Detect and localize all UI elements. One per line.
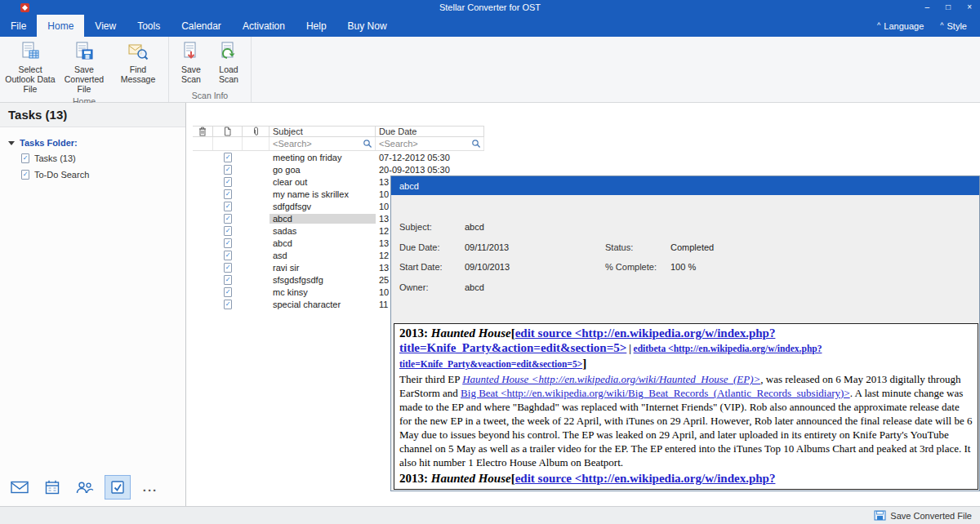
tab-view[interactable]: View [84,15,127,37]
document-icon [224,127,231,136]
ribbon-group-label: Scan Info [173,88,247,102]
trash-icon [198,127,207,136]
task-subject[interactable]: go goa [270,165,376,175]
task-subject[interactable]: sfsgdsfgsdfg [270,275,376,285]
style-menu[interactable]: ^ Style [940,21,967,31]
due-date-field-value: 09/11/2013 [465,242,509,252]
task-subject[interactable]: clear out [270,177,376,187]
dialog-titlebar[interactable]: abcd [391,176,979,195]
paperclip-icon [252,127,260,137]
more-views-button[interactable]: ... [137,475,163,500]
due-date-search-input[interactable]: <Search> [376,137,484,150]
search-icon[interactable] [363,139,372,149]
task-item-icon: ✓ [224,165,232,175]
save-converted-file-status-button[interactable]: Save Converted File [890,511,972,521]
task-item-icon: ✓ [224,214,232,224]
sidebar-item-tasks[interactable]: ✓ Tasks (13) [8,150,185,167]
item-type-column-header[interactable] [213,127,243,136]
minimize-icon[interactable]: – [925,0,930,15]
contacts-view-button[interactable] [72,475,98,500]
search-placeholder: <Search> [379,139,418,149]
window-title: Stellar Converter for OST [0,2,980,12]
menubar: File Home View Tools Calendar Activation… [0,15,980,37]
tab-help[interactable]: Help [296,15,337,37]
tasks-folder-icon: ✓ [21,153,29,163]
body-heading: 2013: Haunted House[edit source <http://… [399,326,973,371]
calendar-icon [45,480,60,495]
tasks-view-button[interactable] [105,475,131,500]
tab-tools[interactable]: Tools [127,15,171,37]
due-date-field-label: Due Date: [399,242,440,252]
window-controls: – □ × [925,0,972,15]
subject-search-input[interactable]: <Search> [270,137,376,150]
expander-icon[interactable] [8,141,15,145]
task-subject[interactable]: meeting on friday [270,153,376,162]
task-subject[interactable]: sdfgdfsgv [270,202,376,211]
text-run: ] [582,357,586,370]
task-subject[interactable]: abcd [270,214,376,224]
dialog-fields: Subject: abcd Due Date: 09/11/2013 Statu… [391,195,979,322]
save-scan-button[interactable]: Save Scan [173,39,209,84]
language-menu[interactable]: ^ Language [877,21,924,31]
button-label: Save Scan [173,64,209,84]
mail-view-button[interactable] [7,475,33,500]
sidebar-item-todo-search[interactable]: ✓ To-Do Search [8,167,185,183]
ellipsis-icon: ... [143,483,158,491]
language-label: Language [884,21,924,31]
due-date-column-header[interactable]: Due Date [376,127,484,136]
delete-column-header[interactable] [193,127,213,136]
percent-complete-field-value: 100 % [670,262,696,272]
task-due-date: 20-09-2013 05:30 [376,165,484,175]
search-icon[interactable] [471,139,481,149]
task-subject[interactable]: asd [270,251,376,260]
wiki-link[interactable]: edit source <http://en.wikipedia.org/w/i… [515,472,776,485]
task-body-richtext: 2013: Haunted House[edit source <http://… [394,323,978,490]
subject-column-header[interactable]: Subject [270,127,376,136]
task-subject[interactable]: ravi sir [270,263,376,273]
task-item-icon: ✓ [224,238,232,248]
ribbon: Select Outlook Data File Save Converted … [0,37,980,103]
sidebar-header: Tasks (13) [0,103,185,127]
maximize-icon[interactable]: □ [946,0,951,15]
task-subject[interactable]: special character [270,300,376,309]
sidebar-item-tasks-folder[interactable]: Tasks Folder: [8,135,185,150]
sidebar: Tasks (13) Tasks Folder: ✓ Tasks (13) ✓ … [0,103,186,506]
find-message-icon [127,41,149,62]
tab-activation[interactable]: Activation [232,15,296,37]
load-scan-icon [218,41,239,62]
calendar-view-button[interactable] [39,475,65,500]
task-subject[interactable]: my name is skrillex [270,189,376,199]
find-message-button[interactable]: Find Message [112,39,164,94]
task-item-icon: ✓ [224,153,232,162]
wiki-link[interactable]: Haunted House <http://en.wikipedia.org/w… [462,373,760,385]
search-placeholder: <Search> [273,139,312,149]
save-converted-file-button[interactable]: Save Converted File [58,39,110,94]
text-run: Haunted House [431,472,511,485]
folder-tree: Tasks Folder: ✓ Tasks (13) ✓ To-Do Searc… [0,127,185,183]
task-subject[interactable]: mc kinsy [270,287,376,297]
task-item-icon: ✓ [224,202,232,211]
table-header: Subject Due Date [193,126,484,137]
button-label: Find Message [112,64,164,84]
tab-file[interactable]: File [0,15,37,37]
load-scan-button[interactable]: Load Scan [211,39,247,84]
task-subject[interactable]: abcd [270,238,376,248]
owner-field-label: Owner: [399,282,428,292]
tree-label: Tasks Folder: [20,138,78,148]
close-icon[interactable]: × [967,0,972,15]
tab-buy-now[interactable]: Buy Now [337,15,398,37]
sidebar-footer: ... [7,475,163,500]
tab-calendar[interactable]: Calendar [171,15,232,37]
attachment-column-header[interactable] [243,127,270,136]
select-outlook-data-file-button[interactable]: Select Outlook Data File [4,39,56,94]
titlebar: Stellar Converter for OST – □ × [0,0,980,15]
table-row[interactable]: ✓ go goa 20-09-2013 05:30 [193,163,484,175]
status-field-label: Status: [605,242,633,252]
table-row[interactable]: ✓ meeting on friday 07-12-2012 05:30 [193,151,484,163]
tab-home[interactable]: Home [37,15,84,37]
text-run: 2013: [399,326,431,340]
chevron-up-icon: ^ [940,21,943,29]
task-item-icon: ✓ [224,226,232,236]
wiki-link[interactable]: Big Beat <http://en.wikipedia.org/wiki/B… [461,387,850,399]
task-subject[interactable]: sadas [270,226,376,236]
